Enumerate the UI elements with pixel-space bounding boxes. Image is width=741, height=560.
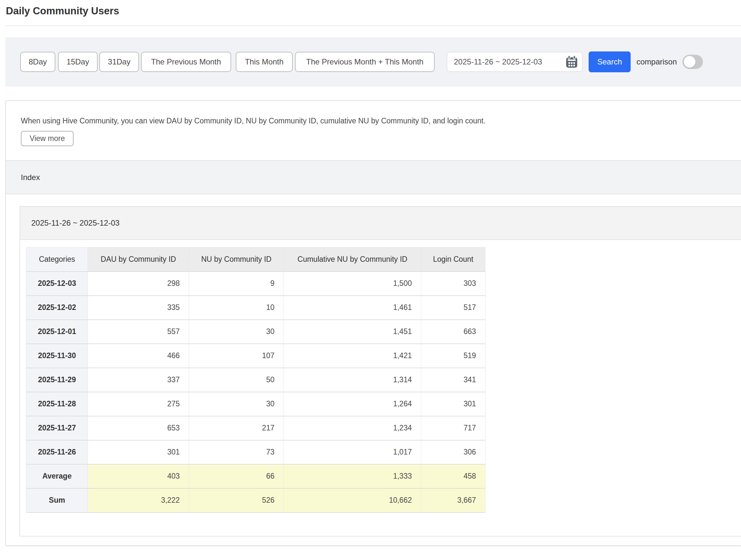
index-section-header: Index — [6, 160, 741, 194]
table-row: 2025-11-29337501,314341 — [26, 368, 485, 392]
table-cell: 1,461 — [284, 296, 421, 320]
table-cell: 1,451 — [284, 320, 421, 344]
table-row: 2025-12-01557301,451663 — [26, 320, 485, 344]
row-category: Sum — [26, 488, 88, 512]
table-cell: 301 — [421, 392, 485, 416]
quick-range-the-previous-month-this-month[interactable]: The Previous Month + This Month — [295, 52, 434, 72]
table-cell: 1,421 — [284, 344, 421, 368]
row-category: 2025-11-30 — [26, 344, 88, 368]
table-cell: 341 — [421, 368, 485, 392]
report-period-header: 2025-11-26 ~ 2025-12-03 — [20, 207, 741, 240]
date-range-field[interactable] — [447, 52, 583, 72]
date-range-input[interactable] — [454, 57, 566, 66]
table-cell: 275 — [88, 392, 189, 416]
report-table-body: 2025-12-0329891,5003032025-12-02335101,4… — [26, 272, 485, 512]
table-cell: 3,667 — [421, 488, 485, 512]
table-cell: 107 — [189, 344, 284, 368]
column-header: Cumulative NU by Community ID — [284, 248, 421, 272]
table-cell: 217 — [189, 416, 284, 440]
table-row: Average403661,333458 — [26, 464, 485, 488]
comparison-toggle[interactable] — [682, 55, 703, 69]
table-cell: 10,662 — [284, 488, 421, 512]
page-title: Daily Community Users — [6, 5, 741, 17]
table-cell: 1,333 — [284, 464, 421, 488]
table-cell: 303 — [421, 272, 485, 296]
row-category: 2025-11-27 — [26, 416, 88, 440]
table-cell: 298 — [88, 272, 189, 296]
column-header: NU by Community ID — [189, 248, 284, 272]
table-cell: 9 — [189, 272, 284, 296]
toggle-knob — [684, 56, 695, 68]
table-cell: 458 — [421, 464, 485, 488]
intro-section: When using Hive Community, you can view … — [6, 101, 741, 126]
row-category: Average — [26, 464, 88, 488]
table-cell: 1,264 — [284, 392, 421, 416]
filter-bar: 8Day15Day31DayThe Previous MonthThis Mon… — [5, 37, 741, 87]
table-cell: 3,222 — [88, 488, 189, 512]
table-cell: 30 — [189, 392, 284, 416]
intro-description: When using Hive Community, you can view … — [21, 116, 741, 126]
table-cell: 517 — [421, 296, 485, 320]
calendar-icon[interactable] — [566, 55, 578, 68]
table-cell: 663 — [421, 320, 485, 344]
table-cell: 519 — [421, 344, 485, 368]
quick-range-31day[interactable]: 31Day — [99, 52, 139, 72]
index-label: Index — [21, 173, 40, 182]
title-divider — [6, 25, 741, 26]
table-cell: 653 — [88, 416, 189, 440]
table-cell: 1,314 — [284, 368, 421, 392]
column-header: DAU by Community ID — [88, 248, 189, 272]
table-cell: 717 — [421, 416, 485, 440]
table-cell: 557 — [88, 320, 189, 344]
table-cell: 1,017 — [284, 440, 421, 464]
table-cell: 50 — [189, 368, 284, 392]
table-cell: 526 — [189, 488, 284, 512]
calendar-icon-glyph — [566, 55, 578, 68]
table-cell: 1,500 — [284, 272, 421, 296]
table-row: 2025-12-02335101,461517 — [26, 296, 485, 320]
report-card: When using Hive Community, you can view … — [5, 100, 741, 546]
table-cell: 466 — [88, 344, 189, 368]
quick-range-15day[interactable]: 15Day — [58, 52, 98, 72]
row-category: 2025-11-26 — [26, 440, 88, 464]
report-table: CategoriesDAU by Community IDNU by Commu… — [26, 247, 485, 513]
table-cell: 403 — [88, 464, 189, 488]
report-table-head: CategoriesDAU by Community IDNU by Commu… — [26, 248, 485, 272]
row-category: 2025-12-02 — [26, 296, 88, 320]
row-category: 2025-12-01 — [26, 320, 88, 344]
table-row: 2025-11-26301731,017306 — [26, 440, 485, 464]
comparison-label: comparison — [636, 52, 677, 72]
table-cell: 306 — [421, 440, 485, 464]
table-row: 2025-11-304661071,421519 — [26, 344, 485, 368]
table-cell: 335 — [88, 296, 189, 320]
table-cell: 10 — [189, 296, 284, 320]
table-row: 2025-11-28275301,264301 — [26, 392, 485, 416]
quick-range-this-month[interactable]: This Month — [236, 52, 293, 72]
table-header-row: CategoriesDAU by Community IDNU by Commu… — [26, 248, 485, 272]
table-cell: 30 — [189, 320, 284, 344]
table-cell: 66 — [189, 464, 284, 488]
view-more-button[interactable]: View more — [21, 131, 74, 146]
table-row: 2025-11-276532171,234717 — [26, 416, 485, 440]
report-panel: 2025-11-26 ~ 2025-12-03 CategoriesDAU by… — [19, 206, 741, 537]
row-category: 2025-11-28 — [26, 392, 88, 416]
table-cell: 1,234 — [284, 416, 421, 440]
quick-range-8day[interactable]: 8Day — [20, 52, 55, 72]
column-header: Login Count — [421, 248, 485, 272]
quick-range-the-previous-month[interactable]: The Previous Month — [141, 52, 231, 72]
table-row: 2025-12-0329891,500303 — [26, 272, 485, 296]
table-row: Sum3,22252610,6623,667 — [26, 488, 485, 512]
report-period: 2025-11-26 ~ 2025-12-03 — [31, 218, 120, 227]
row-category: 2025-12-03 — [26, 272, 88, 296]
table-cell: 301 — [88, 440, 189, 464]
table-cell: 73 — [189, 440, 284, 464]
row-category: 2025-11-29 — [26, 368, 88, 392]
search-button[interactable]: Search — [589, 52, 631, 72]
table-cell: 337 — [88, 368, 189, 392]
column-header: Categories — [26, 248, 88, 272]
